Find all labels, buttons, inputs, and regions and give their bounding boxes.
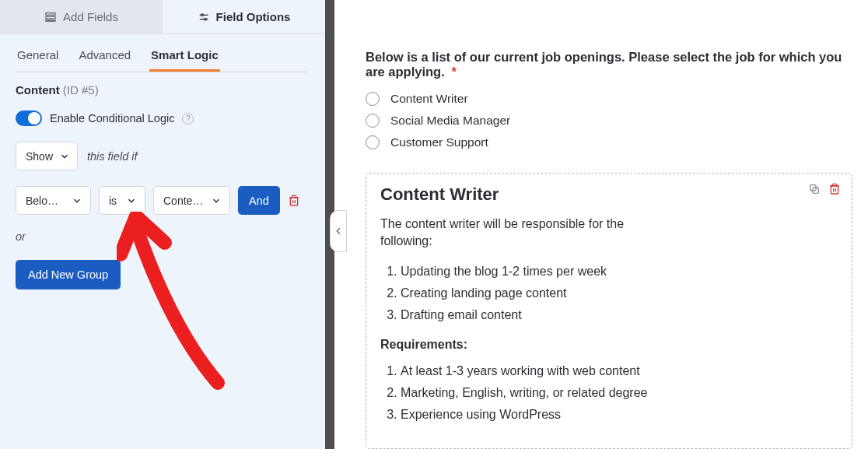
- tab-field-options-label: Field Options: [216, 10, 291, 23]
- svg-point-6: [204, 18, 206, 20]
- condition-field-value: Below i…: [26, 195, 65, 207]
- condition-operator-value: is: [109, 195, 117, 207]
- show-select-value: Show: [26, 150, 53, 163]
- svg-point-4: [201, 14, 203, 16]
- subtab-smart-logic[interactable]: Smart Logic: [149, 44, 220, 72]
- list-item: Creating landing page content: [401, 286, 813, 300]
- field-title: Content (ID #5): [16, 83, 310, 96]
- svg-rect-7: [290, 198, 297, 205]
- list-item: Experience using WordPress: [401, 408, 813, 422]
- radio-label: Social Media Manager: [390, 114, 510, 128]
- condition-row: Below i… is Conten… And: [16, 186, 310, 215]
- toggle-row: Enable Conditional Logic ?: [16, 110, 310, 126]
- svg-rect-0: [46, 12, 55, 15]
- sub-tabs: General Advanced Smart Logic: [0, 34, 325, 72]
- card-intro: The content writer will be responsible f…: [380, 216, 660, 251]
- help-icon[interactable]: ?: [182, 113, 194, 125]
- condition-field-select[interactable]: Below i…: [16, 186, 91, 215]
- condition-value-value: Conten…: [163, 195, 205, 207]
- radio-label: Content Writer: [390, 92, 468, 106]
- subtabs-divider: [16, 72, 310, 72]
- list-item: Updating the blog 1-2 times per week: [401, 265, 813, 279]
- chevron-left-icon: [333, 226, 344, 237]
- question-title: Below is a list of our current job openi…: [366, 50, 852, 79]
- radio-label: Customer Support: [390, 135, 488, 149]
- chevron-down-icon: [72, 195, 82, 206]
- card-title: Content Writer: [380, 184, 813, 205]
- svg-rect-2: [46, 20, 55, 21]
- add-new-group-button[interactable]: Add New Group: [16, 260, 121, 289]
- duties-list: Updating the blog 1-2 times per week Cre…: [380, 265, 813, 322]
- conditional-logic-toggle[interactable]: [16, 110, 42, 126]
- or-text: or: [16, 230, 310, 243]
- show-row: Show this field if: [16, 142, 310, 170]
- radio-option[interactable]: Social Media Manager: [366, 114, 852, 128]
- question-text: Below is a list of our current job openi…: [366, 50, 842, 79]
- card-actions: [808, 183, 841, 195]
- radio-option[interactable]: Content Writer: [366, 92, 852, 106]
- radio-icon: [366, 114, 380, 128]
- panel-divider: [325, 0, 342, 449]
- duplicate-icon[interactable]: [808, 183, 821, 195]
- conditional-logic-label: Enable Conditional Logic: [50, 112, 174, 125]
- top-tabs: Add Fields Field Options: [0, 0, 325, 34]
- trash-icon[interactable]: [288, 195, 300, 207]
- chevron-down-icon: [126, 195, 137, 206]
- trash-icon[interactable]: [828, 183, 841, 195]
- radio-option[interactable]: Customer Support: [366, 135, 852, 149]
- form-preview: Below is a list of our current job openi…: [342, 0, 868, 449]
- subtab-general[interactable]: General: [16, 44, 60, 72]
- layout-icon: [44, 11, 57, 23]
- radio-icon: [366, 135, 380, 149]
- subtab-advanced[interactable]: Advanced: [77, 44, 132, 72]
- radio-list: Content Writer Social Media Manager Cust…: [366, 92, 852, 149]
- tab-field-options[interactable]: Field Options: [163, 0, 325, 33]
- required-asterisk: *: [451, 65, 456, 79]
- field-title-label: Content: [16, 83, 60, 96]
- sliders-icon: [198, 11, 210, 23]
- list-item: At least 1-3 years working with web cont…: [401, 364, 813, 378]
- collapse-handle[interactable]: [330, 210, 347, 252]
- and-button[interactable]: And: [238, 186, 280, 215]
- condition-value-select[interactable]: Conten…: [153, 186, 230, 215]
- chevron-down-icon: [211, 195, 222, 206]
- tab-add-fields[interactable]: Add Fields: [0, 0, 163, 33]
- radio-icon: [366, 92, 380, 106]
- field-title-id: (ID #5): [63, 83, 99, 96]
- requirements-list: At least 1-3 years working with web cont…: [380, 364, 813, 422]
- condition-operator-select[interactable]: is: [99, 186, 145, 215]
- chevron-down-icon: [59, 151, 70, 162]
- show-select[interactable]: Show: [16, 142, 78, 170]
- panel-body: Content (ID #5) Enable Conditional Logic…: [0, 83, 325, 449]
- list-item: Marketing, English, writing, or related …: [401, 386, 813, 400]
- svg-rect-1: [46, 16, 55, 19]
- tab-add-fields-label: Add Fields: [63, 10, 118, 23]
- list-item: Drafting email content: [401, 308, 813, 322]
- svg-rect-12: [831, 186, 838, 194]
- left-panel: Add Fields Field Options General Advance…: [0, 0, 325, 449]
- requirements-heading: Requirements:: [380, 338, 813, 352]
- content-card[interactable]: Content Writer The content writer will b…: [366, 173, 852, 449]
- this-field-if: this field if: [87, 150, 137, 163]
